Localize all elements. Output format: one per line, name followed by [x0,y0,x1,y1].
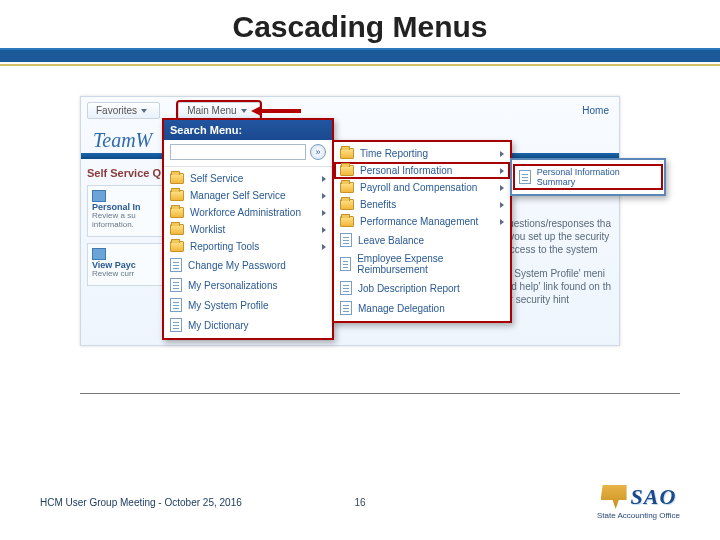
content-underline [80,393,680,394]
menu-item-worklist[interactable]: Worklist [164,221,332,238]
footer-text: HCM User Group Meeting - October 25, 201… [40,497,242,508]
content-area: Favorites Main Menu Home TeamW Self Serv… [80,96,680,376]
document-icon [170,318,182,332]
search-menu-input[interactable] [170,144,306,160]
menu-item-expense-reimbursement[interactable]: Employee Expense Reimbursement [334,250,510,278]
menu-list-1: Self Service Manager Self Service Workfo… [164,167,332,338]
search-go-button[interactable]: » [310,144,326,160]
chevron-right-icon [322,193,326,199]
folder-icon [170,207,184,218]
sao-logo-subtitle: State Accounting Office [597,511,680,520]
chevron-right-icon [500,219,504,225]
menu-item-job-description[interactable]: Job Description Report [334,278,510,298]
chevron-right-icon [500,168,504,174]
menu-item-self-service[interactable]: Self Service [164,170,332,187]
nav-bar: Favorites Main Menu [87,102,260,119]
sao-logo: SAO State Accounting Office [597,484,680,520]
georgia-map-icon [601,485,627,509]
folder-icon [170,173,184,184]
document-icon [170,298,182,312]
slide-footer: HCM User Group Meeting - October 25, 201… [40,484,680,520]
document-icon [340,301,352,315]
tile-icon [92,190,106,202]
folder-icon [170,241,184,252]
menu-item-personalizations[interactable]: My Personalizations [164,275,332,295]
document-icon [340,281,352,295]
favorites-menu-button[interactable]: Favorites [87,102,160,119]
chevron-right-icon [322,244,326,250]
chevron-right-icon [322,210,326,216]
page-number: 16 [354,497,365,508]
title-separator [0,64,720,66]
document-icon [170,258,182,272]
menu-item-manager-self-service[interactable]: Manager Self Service [164,187,332,204]
chevron-right-icon [500,185,504,191]
chevron-right-icon [322,227,326,233]
document-icon [340,257,351,271]
folder-icon [340,165,354,176]
menu-list-2: Time Reporting Personal Information Payr… [334,142,510,321]
teamworks-logo: TeamW [93,129,152,152]
menu-list-3: Personal Information Summary [512,160,664,194]
folder-icon [340,199,354,210]
search-menu-header: Search Menu: [164,120,332,140]
menu-item-my-dictionary[interactable]: My Dictionary [164,315,332,335]
document-icon [519,170,531,184]
menu-item-workforce-admin[interactable]: Workforce Administration [164,204,332,221]
menu-item-benefits[interactable]: Benefits [334,196,510,213]
chevron-down-icon [241,109,247,113]
sao-logo-text: SAO [631,484,677,510]
menu-item-personal-information[interactable]: Personal Information [334,162,510,179]
chevron-right-icon [500,202,504,208]
self-service-submenu: Time Reporting Personal Information Payr… [332,140,512,323]
chevron-down-icon [141,109,147,113]
main-menu-dropdown: Search Menu: » Self Service Manager Self… [162,118,334,340]
title-bar [0,48,720,62]
menu-item-payroll-compensation[interactable]: Payroll and Compensation [334,179,510,196]
main-menu-button[interactable]: Main Menu [178,102,259,119]
personal-info-submenu: Personal Information Summary [510,158,666,196]
folder-icon [340,148,354,159]
menu-item-leave-balance[interactable]: Leave Balance [334,230,510,250]
section-heading: Self Service Q [87,167,161,179]
folder-icon [170,190,184,201]
menu-item-manage-delegation[interactable]: Manage Delegation [334,298,510,318]
home-link[interactable]: Home [582,105,609,116]
favorites-label: Favorites [96,105,137,116]
document-icon [170,278,182,292]
menu-item-time-reporting[interactable]: Time Reporting [334,145,510,162]
tile-personal-info[interactable]: Personal In Review a su information. [87,185,165,237]
menu-item-personal-info-summary[interactable]: Personal Information Summary [513,164,663,190]
document-icon [340,233,352,247]
menu-item-performance-mgmt[interactable]: Performance Management [334,213,510,230]
menu-item-system-profile[interactable]: My System Profile [164,295,332,315]
folder-icon [170,224,184,235]
chevron-right-icon [322,176,326,182]
callout-arrow [251,106,301,116]
tile-desc: Review a su information. [92,212,160,230]
slide-title: Cascading Menus [0,0,720,48]
tile-desc: Review curr [92,270,160,279]
main-menu-label: Main Menu [187,105,236,116]
search-row: » [164,140,332,167]
folder-icon [340,182,354,193]
chevron-right-icon [500,151,504,157]
tile-view-paycheck[interactable]: View Payc Review curr [87,243,165,286]
menu-item-change-password[interactable]: Change My Password [164,255,332,275]
menu-item-reporting-tools[interactable]: Reporting Tools [164,238,332,255]
folder-icon [340,216,354,227]
tile-icon [92,248,106,260]
